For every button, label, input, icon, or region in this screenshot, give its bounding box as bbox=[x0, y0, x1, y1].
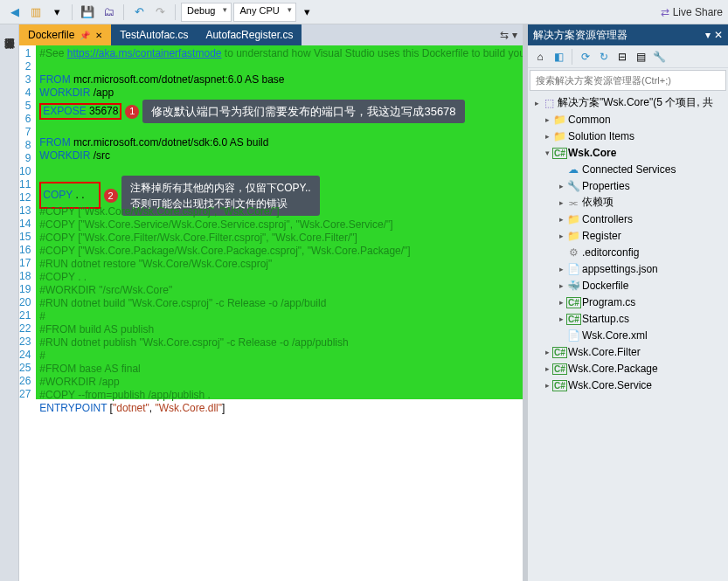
folder-icon: 📁 bbox=[552, 114, 566, 126]
solution-explorer-panel: 解决方案资源管理器 ▾✕ ⌂ ◧ ⟳ ↻ ⊟ ▤ 🔧 ▸⬚解决方案"Wsk.Co… bbox=[527, 24, 728, 581]
json-file-icon: 📄 bbox=[566, 263, 580, 275]
solution-node[interactable]: ▸⬚解决方案"Wsk.Core"(5 个项目, 共 bbox=[528, 94, 728, 111]
solution-explorer-toolbar: ⌂ ◧ ⟳ ↻ ⊟ ▤ 🔧 bbox=[528, 45, 728, 68]
liveshare-label: Live Share bbox=[673, 6, 723, 18]
line-gutter: 12 34 56 78 910 1112 1314 1516 1718 1920… bbox=[19, 45, 36, 581]
solution-tree[interactable]: ▸⬚解决方案"Wsk.Core"(5 个项目, 共 ▸📁Common ▸📁Sol… bbox=[528, 93, 728, 581]
tab-label: TestAutofac.cs bbox=[120, 29, 188, 41]
tree-item[interactable]: ▸C#Wsk.Core.Filter bbox=[528, 343, 728, 360]
tab-dockerfile[interactable]: Dockerfile 📌 ✕ bbox=[19, 24, 111, 45]
preview-icon[interactable]: ⇆ bbox=[500, 29, 509, 41]
config-file-icon: ⚙ bbox=[566, 246, 580, 259]
solution-explorer-title: 解决方案资源管理器 ▾✕ bbox=[528, 24, 728, 45]
tab-autofacregister[interactable]: AutofacRegister.cs bbox=[197, 24, 302, 45]
csharp-project-icon: C# bbox=[552, 363, 566, 375]
nav-back-icon[interactable]: ◀ bbox=[5, 3, 24, 22]
tree-item[interactable]: ▸C#Wsk.Core.Package bbox=[528, 360, 728, 377]
folder-icon: 📁 bbox=[552, 130, 566, 142]
new-stack-icon[interactable]: ▥ bbox=[26, 3, 45, 22]
tree-item[interactable]: ▸🐳Dockerfile bbox=[528, 277, 728, 294]
config-dropdown[interactable]: Debug bbox=[181, 3, 232, 22]
dropdown-icon[interactable]: ▾ bbox=[512, 29, 517, 41]
platform-dropdown[interactable]: Any CPU bbox=[233, 3, 295, 22]
tab-tools: ⇆ ▾ bbox=[500, 24, 523, 45]
annotation-1-tooltip: 修改默认端口号为我们需要发布的端口号，我这边写成35678 bbox=[142, 100, 464, 123]
expose-highlight: EXPOSE 35678 bbox=[39, 103, 121, 120]
pin-icon[interactable]: 📌 bbox=[80, 31, 90, 40]
folder-icon: 📁 bbox=[566, 213, 580, 225]
liveshare-button[interactable]: ⇄ Live Share bbox=[661, 6, 723, 18]
dockerfile-link[interactable]: https://aka.ms/containerfastmode bbox=[67, 47, 222, 59]
left-tool-strip: 服务器资源管理器 工具箱 bbox=[0, 24, 19, 581]
switch-view-icon[interactable]: ◧ bbox=[550, 48, 567, 66]
tree-item[interactable]: ☁Connected Services bbox=[528, 161, 728, 177]
tree-item[interactable]: 📄Wsk.Core.xml bbox=[528, 327, 728, 343]
tree-item[interactable]: ▸📁Register bbox=[528, 227, 728, 244]
folder-icon: 📁 bbox=[566, 230, 580, 242]
connected-services-icon: ☁ bbox=[566, 163, 580, 176]
xml-file-icon: 📄 bbox=[566, 329, 580, 342]
csharp-file-icon: C# bbox=[566, 296, 580, 308]
properties-icon[interactable]: 🔧 bbox=[650, 48, 668, 66]
tree-item[interactable]: ▾C#Wsk.Core bbox=[528, 144, 728, 161]
redo-icon[interactable]: ↷ bbox=[150, 3, 170, 22]
close-icon[interactable]: ✕ bbox=[95, 31, 102, 40]
csharp-project-icon: C# bbox=[552, 379, 566, 391]
tree-item[interactable]: ▸C#Wsk.Core.Service bbox=[528, 377, 728, 393]
code-text: to understand how Visual Studio uses thi… bbox=[221, 47, 523, 59]
tab-label: AutofacRegister.cs bbox=[205, 29, 293, 41]
code-text: #See bbox=[39, 47, 66, 59]
tab-label: Dockerfile bbox=[28, 29, 74, 41]
annotation-2-badge: 2 bbox=[104, 189, 118, 203]
tree-item[interactable]: ▸📄appsettings.json bbox=[528, 260, 728, 277]
csharp-file-icon: C# bbox=[566, 313, 580, 325]
dropdown-caret-icon[interactable]: ▾ bbox=[47, 3, 66, 22]
code-editor[interactable]: 12 34 56 78 910 1112 1314 1516 1718 1920… bbox=[19, 45, 523, 581]
tree-item[interactable]: ▸📁Common bbox=[528, 111, 728, 128]
solution-search-input[interactable] bbox=[530, 70, 726, 91]
close-icon[interactable]: ✕ bbox=[714, 29, 723, 41]
home-icon[interactable]: ⌂ bbox=[531, 48, 549, 66]
solution-search[interactable] bbox=[530, 70, 726, 91]
docker-file-icon: 🐳 bbox=[566, 280, 580, 292]
annotation-1-badge: 1 bbox=[125, 105, 139, 119]
tab-testautofac[interactable]: TestAutofac.cs bbox=[111, 24, 197, 45]
sync-icon[interactable]: ⟳ bbox=[577, 48, 594, 66]
tree-item[interactable]: ▸🔧Properties bbox=[528, 177, 728, 194]
tree-item[interactable]: ▸⫘依赖项 bbox=[528, 194, 728, 211]
save-icon[interactable]: 💾 bbox=[78, 3, 97, 22]
csharp-project-icon: C# bbox=[552, 346, 566, 358]
tree-item[interactable]: ⚙.editorconfig bbox=[528, 244, 728, 260]
csharp-project-icon: C# bbox=[552, 147, 566, 159]
solution-icon: ⬚ bbox=[542, 97, 556, 109]
dropdown-icon[interactable]: ▾ bbox=[705, 29, 711, 41]
dependencies-icon: ⫘ bbox=[566, 197, 580, 209]
collapse-icon[interactable]: ⊟ bbox=[614, 48, 631, 66]
editor-tabbar: Dockerfile 📌 ✕ TestAutofac.cs AutofacReg… bbox=[19, 24, 523, 45]
panel-title-label: 解决方案资源管理器 bbox=[533, 28, 627, 43]
refresh-icon[interactable]: ↻ bbox=[595, 48, 613, 66]
main-toolbar: ◀ ▥ ▾ 💾 🗂 ↶ ↷ Debug Any CPU ▾ ⇄ Live Sha… bbox=[0, 0, 728, 24]
code-area[interactable]: #See https://aka.ms/containerfastmode to… bbox=[36, 45, 523, 581]
dropdown-caret-icon[interactable]: ▾ bbox=[298, 3, 317, 22]
tree-item[interactable]: ▸📁Controllers bbox=[528, 211, 728, 227]
show-all-icon[interactable]: ▤ bbox=[632, 48, 649, 66]
tree-item[interactable]: ▸C#Program.cs bbox=[528, 294, 728, 310]
save-all-icon[interactable]: 🗂 bbox=[99, 3, 118, 22]
server-explorer-tab[interactable]: 服务器资源管理器 bbox=[2, 30, 17, 576]
tree-item[interactable]: ▸📁Solution Items bbox=[528, 128, 728, 144]
liveshare-icon: ⇄ bbox=[661, 6, 669, 18]
tree-item[interactable]: ▸C#Startup.cs bbox=[528, 310, 728, 327]
properties-icon: 🔧 bbox=[566, 180, 580, 192]
undo-icon[interactable]: ↶ bbox=[129, 3, 149, 22]
